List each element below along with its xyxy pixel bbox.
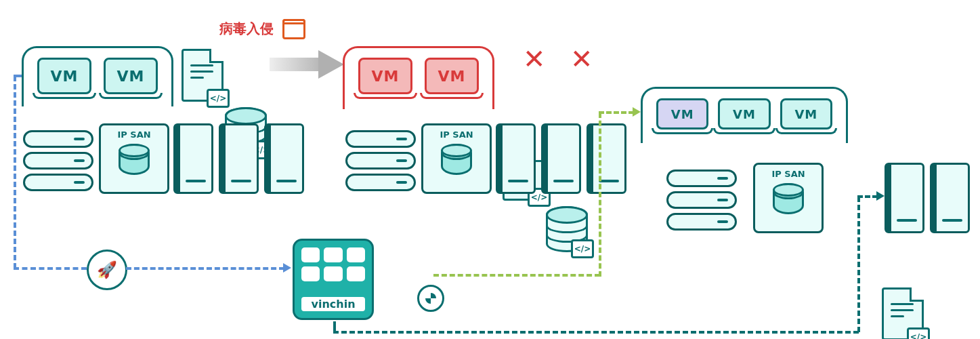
volume-group: [885, 163, 970, 233]
rack-unit: [23, 130, 93, 148]
rocket-icon: 🚀: [87, 250, 127, 290]
rack-unit: [345, 174, 416, 191]
conn-blue: [14, 267, 87, 270]
env-restore: VM VM VM: [641, 87, 848, 143]
cylinder-icon: [441, 144, 472, 175]
rack-unit: [666, 191, 737, 209]
ip-san: IP SAN: [753, 163, 824, 233]
shield-icon: [417, 285, 444, 312]
rack-unit: [23, 152, 93, 170]
arrow-tip-icon: [283, 263, 291, 273]
conn-blue: [14, 75, 22, 77]
transition-arrow: [270, 50, 344, 79]
vm-box: VM: [656, 98, 708, 129]
vm-label: VM: [794, 107, 817, 121]
conn-blue: [126, 267, 284, 270]
cylinder-icon: [119, 144, 150, 175]
volume-icon: [173, 123, 213, 194]
volume-icon: [219, 123, 259, 194]
arrow-tip-icon: [633, 107, 641, 117]
arrow-tip-icon: [876, 191, 885, 201]
volume-icon: [264, 123, 304, 194]
database-icon: </>: [546, 206, 588, 252]
san-label: IP SAN: [117, 129, 150, 140]
vm-box: VM: [104, 58, 158, 94]
vm-box: VM: [718, 98, 770, 129]
volume-group: [173, 123, 304, 194]
san-label: IP SAN: [771, 169, 805, 179]
vm-box: VM: [37, 58, 91, 94]
volume-icon: [885, 163, 924, 233]
conn-teal: [857, 197, 860, 332]
virus-icon: [282, 19, 305, 39]
diagram-stage: VM VM IP SAN </> </> 病毒入侵 VM VM: [0, 0, 980, 339]
conn-blue: [14, 76, 16, 268]
conn-lime: [599, 111, 634, 114]
file-icon: </>: [882, 287, 924, 339]
conn-lime: [433, 274, 600, 277]
vm-label: VM: [117, 68, 145, 85]
vm-label: VM: [733, 107, 756, 121]
fail-cross-icon: ✕: [570, 49, 595, 73]
code-badge-icon: </>: [907, 327, 930, 339]
rack-unit: [345, 130, 416, 148]
cylinder-icon: [773, 183, 804, 214]
server-rack: [23, 130, 93, 191]
env-source: VM VM: [22, 46, 173, 106]
vm-box-infected: VM: [425, 58, 479, 94]
rack-unit: [23, 174, 93, 191]
env-infected: VM VM: [343, 46, 494, 109]
vinchin-server: vinchin: [293, 239, 374, 320]
vm-box: VM: [780, 98, 832, 129]
code-badge-icon: </>: [571, 239, 594, 258]
vm-label: VM: [372, 68, 400, 85]
rack-unit: [666, 213, 737, 231]
vm-label: VM: [438, 68, 466, 85]
brand-tag: vinchin: [301, 297, 365, 311]
conn-lime: [599, 113, 601, 277]
vm-label: VM: [51, 68, 79, 85]
conn-teal: [857, 195, 878, 198]
vinchin-grid-icon: [301, 247, 365, 281]
vm-box-infected: VM: [358, 58, 412, 94]
volume-icon: [496, 123, 536, 194]
san-label: IP SAN: [440, 129, 473, 140]
warning-text: 病毒入侵: [219, 20, 274, 37]
rack-unit: [345, 152, 416, 170]
volume-group: [496, 123, 626, 194]
code-badge-icon: </>: [207, 89, 230, 108]
conn-teal: [333, 331, 859, 334]
rack-unit: [666, 170, 737, 187]
volume-icon: [587, 123, 626, 194]
virus-intrusion-label: 病毒入侵: [219, 19, 305, 39]
file-icon: </>: [182, 49, 223, 102]
fail-cross-icon: ✕: [523, 49, 547, 73]
volume-icon: [541, 123, 581, 194]
vm-label: VM: [671, 107, 694, 121]
server-rack: [666, 170, 737, 231]
server-rack: [345, 130, 416, 191]
volume-icon: [930, 163, 970, 233]
ip-san: IP SAN: [99, 123, 169, 194]
ip-san: IP SAN: [421, 123, 492, 194]
